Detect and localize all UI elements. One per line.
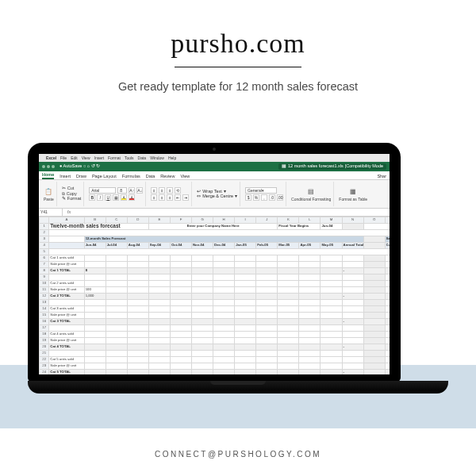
cell[interactable] bbox=[235, 370, 256, 375]
col-header[interactable]: N bbox=[342, 217, 363, 224]
cell[interactable] bbox=[235, 319, 256, 325]
history-month-header[interactable]: Current Month Ending mm/yy: bbox=[385, 243, 390, 249]
tab-insert[interactable]: Insert bbox=[60, 175, 71, 180]
menu-help[interactable]: Help bbox=[168, 156, 176, 160]
cell[interactable] bbox=[213, 338, 235, 344]
cell[interactable] bbox=[106, 287, 127, 294]
cell[interactable] bbox=[321, 370, 342, 375]
cell[interactable] bbox=[235, 268, 256, 274]
align-bottom-button[interactable]: ≡ bbox=[167, 187, 173, 194]
col-header[interactable]: H bbox=[213, 217, 235, 224]
cell[interactable] bbox=[321, 332, 342, 338]
cell[interactable] bbox=[106, 306, 127, 313]
cell[interactable] bbox=[213, 370, 235, 375]
cell[interactable] bbox=[192, 357, 213, 363]
cell[interactable] bbox=[148, 255, 170, 262]
cell[interactable]: 100 bbox=[84, 287, 106, 294]
cell[interactable] bbox=[385, 338, 390, 344]
cell[interactable] bbox=[148, 325, 170, 332]
orientation-button[interactable]: ⟲ bbox=[175, 187, 181, 194]
cell[interactable] bbox=[385, 306, 390, 313]
cell[interactable] bbox=[385, 351, 390, 357]
cell[interactable] bbox=[278, 363, 299, 370]
close-icon[interactable] bbox=[42, 165, 45, 168]
menu-window[interactable]: Window bbox=[150, 156, 164, 160]
col-header[interactable]: J bbox=[256, 217, 278, 224]
cell[interactable] bbox=[106, 274, 127, 281]
col-header[interactable]: E bbox=[148, 217, 170, 224]
cell[interactable]: - bbox=[342, 370, 363, 375]
cell[interactable] bbox=[299, 325, 321, 332]
cell[interactable] bbox=[235, 287, 256, 294]
cell[interactable] bbox=[84, 332, 106, 338]
cell[interactable] bbox=[342, 274, 363, 281]
document-name[interactable]: ▦ 12 month sales forecast1.xls [Compatib… bbox=[278, 163, 386, 170]
cell[interactable] bbox=[342, 338, 363, 344]
cell[interactable] bbox=[170, 351, 191, 357]
cell[interactable] bbox=[213, 313, 235, 319]
cell[interactable] bbox=[235, 351, 256, 357]
cell[interactable] bbox=[127, 262, 148, 268]
cell[interactable] bbox=[192, 313, 213, 319]
cell[interactable] bbox=[148, 294, 170, 300]
cell[interactable] bbox=[170, 300, 191, 306]
conditional-formatting-button[interactable]: ▤ Conditional Formatting bbox=[291, 187, 331, 202]
row-label[interactable]: Cat 3 units sold bbox=[49, 306, 84, 313]
cell[interactable] bbox=[170, 306, 191, 313]
cell[interactable] bbox=[278, 268, 299, 274]
cell[interactable] bbox=[127, 351, 148, 357]
cell[interactable] bbox=[213, 363, 235, 370]
cell[interactable] bbox=[235, 294, 256, 300]
cell[interactable] bbox=[148, 338, 170, 344]
cell[interactable] bbox=[299, 351, 321, 357]
cell[interactable] bbox=[235, 332, 256, 338]
cell[interactable] bbox=[127, 281, 148, 287]
cell[interactable] bbox=[148, 351, 170, 357]
tab-review[interactable]: Review bbox=[160, 175, 175, 180]
cell[interactable] bbox=[321, 313, 342, 319]
window-controls[interactable] bbox=[42, 165, 55, 168]
cell[interactable] bbox=[84, 325, 106, 332]
cell[interactable] bbox=[342, 363, 363, 370]
cell[interactable] bbox=[148, 300, 170, 306]
cell[interactable] bbox=[235, 325, 256, 332]
align-middle-button[interactable]: ≡ bbox=[159, 187, 165, 194]
row-label[interactable]: Cat 2 units sold bbox=[49, 281, 84, 287]
app-name[interactable]: Excel bbox=[46, 156, 56, 160]
merge-centre-button[interactable]: ⇔Merge & Centre ▾ bbox=[197, 194, 237, 199]
cell[interactable] bbox=[278, 332, 299, 338]
menu-edit[interactable]: Edit bbox=[71, 156, 78, 160]
cell[interactable] bbox=[342, 255, 363, 262]
col-header[interactable]: O bbox=[363, 217, 385, 224]
cell[interactable] bbox=[342, 313, 363, 319]
cell[interactable] bbox=[192, 338, 213, 344]
cell[interactable] bbox=[321, 344, 342, 351]
cell[interactable] bbox=[321, 351, 342, 357]
month-header[interactable]: Nov-04 bbox=[192, 243, 213, 249]
cell[interactable] bbox=[256, 313, 278, 319]
col-header[interactable]: A bbox=[49, 217, 84, 224]
cell[interactable] bbox=[84, 344, 106, 351]
number-format-select[interactable]: General ▾ bbox=[245, 187, 277, 194]
col-header[interactable]: M bbox=[321, 217, 342, 224]
cell[interactable] bbox=[170, 274, 191, 281]
cell[interactable] bbox=[84, 255, 106, 262]
cell[interactable] bbox=[148, 274, 170, 281]
cell[interactable] bbox=[321, 325, 342, 332]
cell[interactable] bbox=[278, 287, 299, 294]
cell[interactable] bbox=[170, 363, 191, 370]
cell[interactable] bbox=[321, 300, 342, 306]
cell[interactable] bbox=[299, 313, 321, 319]
cell[interactable] bbox=[170, 262, 191, 268]
indent-dec-button[interactable]: ⇤ bbox=[175, 194, 181, 201]
cell[interactable] bbox=[321, 255, 342, 262]
format-as-table-button[interactable]: ▦ Format as Table bbox=[339, 187, 367, 202]
cell[interactable] bbox=[321, 281, 342, 287]
cell[interactable] bbox=[84, 357, 106, 363]
percent-button[interactable]: % bbox=[253, 194, 259, 201]
currency-button[interactable]: $ bbox=[245, 194, 251, 201]
cell[interactable] bbox=[106, 319, 127, 325]
cell[interactable] bbox=[235, 363, 256, 370]
cell[interactable] bbox=[256, 338, 278, 344]
cell[interactable]: - bbox=[342, 319, 363, 325]
